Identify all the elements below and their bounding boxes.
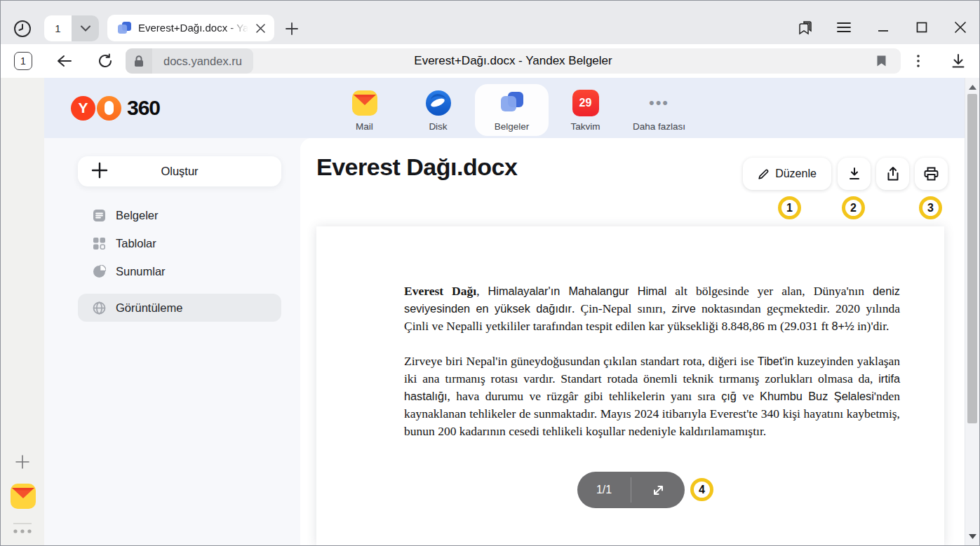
service-disk[interactable]: Disk: [401, 84, 475, 136]
docs-sidebar: Oluştur Belgeler Tablolar: [44, 138, 300, 545]
maximize-button[interactable]: [913, 18, 931, 36]
side-panels-icon[interactable]: [797, 18, 815, 36]
mail-app-icon[interactable]: [10, 483, 36, 510]
create-button[interactable]: Oluştur: [78, 156, 281, 186]
service-label: Mail: [356, 121, 373, 132]
document-text: Everest Dağı, Himalayalar'ın Mahalangur …: [316, 226, 944, 440]
yandex-360-logo[interactable]: Y 360: [71, 95, 160, 121]
tab-list-badge[interactable]: 1: [14, 52, 32, 70]
edit-label: Düzenle: [775, 168, 817, 180]
downloads-button[interactable]: [949, 52, 967, 70]
share-button[interactable]: [876, 158, 909, 190]
pencil-icon: [758, 168, 770, 180]
service-label: Daha fazlası: [633, 121, 685, 132]
printer-icon: [924, 167, 939, 181]
annotation-3: 3: [919, 196, 942, 219]
sidebar-add-icon[interactable]: [15, 455, 29, 469]
logo-o-icon: [97, 96, 121, 121]
history-clock-icon[interactable]: [12, 18, 33, 39]
kebab-menu-icon[interactable]: [909, 52, 927, 70]
tab-title: Everest+Dağı.docx - Yan: [138, 15, 250, 41]
tab-bar: 1 Everest+Dağı.docx - Yan: [1, 1, 979, 44]
download-icon: [847, 167, 861, 181]
service-belgeler[interactable]: Belgeler: [475, 84, 549, 136]
scrollbar-thumb[interactable]: [967, 94, 977, 423]
documents-icon: [499, 90, 525, 116]
service-mail[interactable]: Mail: [328, 84, 401, 136]
download-button[interactable]: [838, 158, 871, 190]
strip-more-icon[interactable]: [12, 528, 33, 534]
address-bar: 1 docs.yandex.ru Everest+Dağı.docx - Yan…: [1, 44, 979, 78]
strip-divider: [13, 523, 32, 524]
lock-icon[interactable]: [126, 48, 152, 74]
print-button[interactable]: [915, 158, 948, 190]
logo-y-icon: Y: [71, 96, 95, 121]
page-title: Everest Dağı.docx: [316, 153, 517, 181]
app-body: Oluştur Belgeler Tablolar: [44, 138, 965, 545]
page-indicator-pill[interactable]: 1/1: [577, 472, 685, 508]
calendar-icon: 29: [572, 90, 599, 116]
web-content: Y 360 Mail Disk: [44, 78, 965, 545]
tab-group-count: 1: [44, 15, 72, 41]
annotation-4: 4: [690, 478, 713, 501]
service-more[interactable]: ••• Daha fazlası: [622, 84, 696, 136]
document-view: Everest Dağı.docx Düzenle 1 2 3: [300, 138, 965, 545]
minimize-button[interactable]: [874, 18, 892, 36]
disk-icon: [425, 90, 452, 116]
annotation-1: 1: [778, 196, 801, 219]
sidebar-item-sunumlar[interactable]: Sunumlar: [78, 257, 281, 285]
bookmark-icon[interactable]: [876, 55, 887, 67]
service-label: Disk: [429, 121, 447, 132]
url-domain[interactable]: docs.yandex.ru: [152, 48, 253, 74]
sidebar-item-tablolar[interactable]: Tablolar: [78, 229, 281, 257]
browser-sidebar-strip: [1, 78, 44, 545]
docs-favicon: [116, 20, 132, 36]
portal-header: Y 360 Mail Disk: [44, 78, 965, 138]
browser-window: 1 Everest+Dağı.docx - Yan: [0, 0, 980, 546]
fullscreen-expand-icon[interactable]: [631, 484, 685, 497]
omnibox[interactable]: docs.yandex.ru Everest+Dağı.docx - Yande…: [126, 48, 901, 74]
service-label: Takvim: [570, 121, 600, 132]
document-icon: [92, 208, 106, 222]
chevron-down-icon[interactable]: [72, 15, 99, 41]
more-dots-icon: •••: [646, 90, 673, 116]
reload-button[interactable]: [96, 52, 114, 70]
new-tab-button[interactable]: [281, 18, 302, 39]
tab-close-icon[interactable]: [252, 20, 269, 36]
plus-icon: [90, 161, 109, 179]
table-grid-icon: [92, 236, 106, 250]
edit-button[interactable]: Düzenle: [743, 158, 831, 190]
services-nav: Mail Disk Belgeler 29 Takvim: [328, 84, 696, 136]
page-scrollbar[interactable]: [965, 78, 979, 545]
tab-group-chip[interactable]: 1: [44, 15, 99, 41]
mail-icon: [351, 90, 378, 116]
service-label: Belgeler: [495, 121, 530, 132]
scroll-up-icon[interactable]: [965, 80, 979, 94]
logo-text: 360: [127, 96, 160, 120]
page-count: 1/1: [577, 484, 631, 496]
annotation-2: 2: [842, 196, 865, 219]
sidebar-item-belgeler[interactable]: Belgeler: [78, 201, 281, 229]
globe-icon: [92, 301, 106, 315]
share-icon: [885, 166, 901, 182]
back-button[interactable]: [55, 52, 74, 70]
browser-menu-icon[interactable]: [835, 18, 853, 36]
service-takvim[interactable]: 29 Takvim: [549, 84, 622, 136]
presentation-pie-icon: [92, 264, 106, 278]
omnibox-page-title: Everest+Dağı.docx - Yandex Belgeler: [294, 48, 732, 74]
scroll-down-icon[interactable]: [965, 529, 979, 543]
close-button[interactable]: [951, 18, 969, 36]
sidebar-item-goruntuleme[interactable]: Görüntüleme: [78, 294, 281, 322]
active-tab[interactable]: Everest+Dağı.docx - Yan: [107, 15, 274, 41]
